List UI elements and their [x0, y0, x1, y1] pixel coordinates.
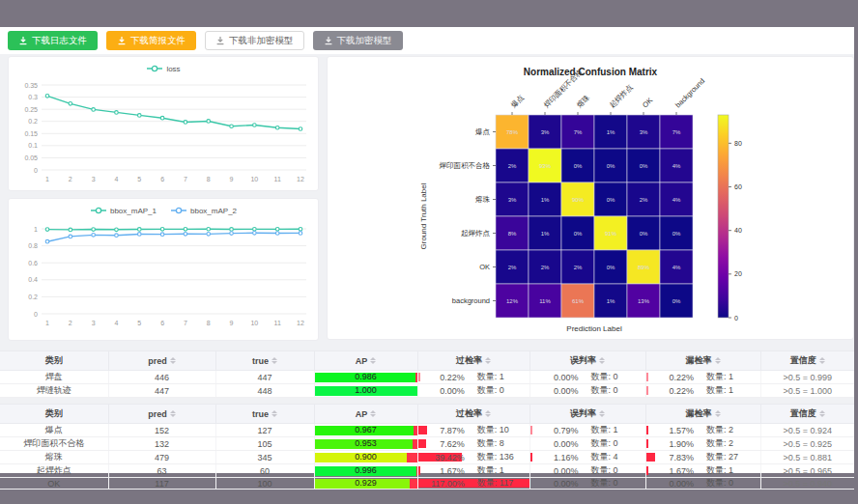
- cell-miss-rate: 1.67%数量: 1: [645, 464, 760, 478]
- rate-percent: 1.57%: [646, 426, 695, 435]
- col-header-label: pred: [148, 356, 167, 366]
- table-row: 焊盘4464470.9860.22%数量: 10.00%数量: 00.22%数量…: [0, 371, 854, 384]
- cell-confidence: >0.5 = 0.881: [760, 451, 854, 464]
- rate-percent: 0.00%: [530, 386, 579, 396]
- cell-true: 448: [215, 384, 314, 398]
- svg-text:爆点: 爆点: [475, 127, 491, 136]
- rate-percent: 0.00%: [530, 373, 579, 382]
- cell-misjudge-rate: 0.00%数量: 0: [529, 437, 645, 451]
- cell-true: 100: [215, 478, 314, 490]
- col-header-label: 误判率: [570, 354, 596, 367]
- rate-count: 数量: 1: [706, 464, 733, 477]
- col-header-over[interactable]: 过检率: [417, 405, 529, 424]
- svg-text:0.15: 0.15: [24, 130, 38, 137]
- sort-icon: [599, 410, 605, 417]
- cell-miss-rate: 0.22%数量: 1: [645, 384, 760, 398]
- cell-confidence: >0.5 = 0.940: [760, 478, 854, 490]
- col-header-label: true: [252, 356, 269, 366]
- cell-true: 447: [215, 371, 314, 384]
- col-header-mis[interactable]: 误判率: [529, 351, 645, 371]
- col-header-ap[interactable]: AP: [314, 405, 417, 424]
- sort-icon: [272, 357, 277, 364]
- cell-miss-rate: 0.22%数量: 1: [645, 371, 760, 384]
- svg-text:background: background: [452, 296, 490, 305]
- col-header-true[interactable]: true: [215, 351, 314, 371]
- ap-value: 0.929: [315, 478, 417, 489]
- col-header-ap[interactable]: AP: [314, 351, 417, 371]
- col-header-label: true: [252, 409, 269, 419]
- col-header-miss[interactable]: 漏检率: [645, 351, 760, 371]
- sort-icon: [370, 357, 376, 364]
- button-label: 下载加密模型: [337, 35, 392, 47]
- confusion-matrix-card: Normalized Confusion Matrix 78%3%7%1%3%7…: [327, 56, 854, 340]
- svg-text:0%: 0%: [607, 163, 615, 169]
- cell-true: 345: [215, 451, 314, 464]
- loss-chart: 00.050.10.150.20.250.30.3512345678910111…: [9, 76, 318, 194]
- rate-count: 数量: 1: [477, 371, 504, 383]
- rate-percent: 7.87%: [418, 426, 465, 435]
- svg-text:1%: 1%: [541, 231, 550, 237]
- svg-text:4%: 4%: [672, 197, 681, 203]
- rate-count: 数量: 136: [477, 451, 514, 463]
- download-encrypted-model-button[interactable]: 下载加密模型: [313, 31, 403, 50]
- cell-pred: 117: [108, 478, 215, 490]
- svg-text:5: 5: [137, 320, 141, 326]
- col-header-pred[interactable]: pred: [108, 351, 215, 371]
- rate-count: 数量: 1: [590, 424, 617, 436]
- cell-class: 焊缝轨迹: [0, 384, 108, 398]
- svg-text:8%: 8%: [508, 231, 517, 237]
- svg-text:7%: 7%: [672, 129, 681, 135]
- svg-text:2%: 2%: [640, 197, 648, 203]
- svg-text:0.3: 0.3: [28, 94, 38, 100]
- col-header-conf[interactable]: 置信度: [760, 405, 854, 424]
- rate-count: 数量: 117: [477, 477, 513, 490]
- cell-misjudge-rate: 1.16%数量: 4: [529, 451, 645, 464]
- ap-value: 0.953: [315, 438, 417, 449]
- svg-text:起焊炸点: 起焊炸点: [461, 229, 491, 238]
- loss-chart-card: loss 00.050.10.150.20.250.30.35123456789…: [8, 56, 319, 191]
- svg-text:OK: OK: [641, 96, 654, 109]
- cell-class: 熔珠: [0, 451, 108, 464]
- rate-percent: 117.00%: [418, 479, 465, 489]
- svg-text:7: 7: [184, 320, 187, 326]
- rate-count: 数量: 0: [590, 371, 617, 383]
- col-header-over[interactable]: 过检率: [417, 351, 529, 371]
- screenshot-frame: 下载日志文件下载简报文件下载非加密模型下载加密模型 loss 00.050.10…: [0, 0, 858, 504]
- download-unencrypted-model-button[interactable]: 下载非加密模型: [205, 31, 304, 50]
- rate-count: 数量: 0: [706, 477, 733, 490]
- table-row: 焊缝轨迹4474481.0000.00%数量: 00.00%数量: 00.22%…: [0, 384, 854, 398]
- svg-text:0.2: 0.2: [28, 118, 38, 125]
- svg-text:9: 9: [230, 176, 234, 182]
- col-header-true[interactable]: true: [215, 405, 314, 424]
- col-header-label: 置信度: [790, 407, 816, 420]
- cell-confidence: >0.5 = 0.965: [760, 464, 854, 478]
- cell-pred: 446: [108, 371, 215, 384]
- svg-text:熔珠: 熔珠: [475, 195, 491, 204]
- sort-icon: [170, 357, 176, 364]
- cell-pred: 63: [108, 464, 215, 478]
- col-header-pred[interactable]: pred: [108, 405, 215, 424]
- rate-percent: 0.22%: [646, 373, 695, 382]
- cell-ap: 0.967: [314, 424, 417, 437]
- sort-icon: [272, 410, 277, 417]
- svg-text:0.35: 0.35: [24, 82, 38, 89]
- svg-text:20: 20: [734, 270, 742, 277]
- svg-text:5: 5: [137, 176, 141, 182]
- col-header-miss[interactable]: 漏检率: [645, 405, 760, 424]
- cell-misjudge-rate: 0.00%数量: 0: [529, 384, 645, 398]
- col-header-conf[interactable]: 置信度: [760, 351, 854, 371]
- download-log-file-button[interactable]: 下载日志文件: [8, 31, 98, 50]
- download-report-file-button[interactable]: 下载简报文件: [106, 31, 196, 50]
- cell-class: 焊印面积不合格: [0, 437, 108, 451]
- rate-percent: 1.67%: [418, 466, 465, 476]
- col-header-mis[interactable]: 误判率: [529, 405, 645, 424]
- svg-text:11: 11: [274, 320, 281, 326]
- svg-text:40: 40: [734, 227, 742, 234]
- col-header-label: 类别: [45, 354, 63, 367]
- col-header-class: 类别: [0, 351, 108, 371]
- cell-true: 60: [215, 464, 314, 478]
- table-row: 爆点1521270.9677.87%数量: 100.79%数量: 11.57%数…: [0, 424, 854, 437]
- svg-text:2%: 2%: [541, 265, 550, 270]
- cell-misjudge-rate: 0.79%数量: 1: [529, 424, 645, 437]
- cell-ap: 0.953: [314, 437, 417, 451]
